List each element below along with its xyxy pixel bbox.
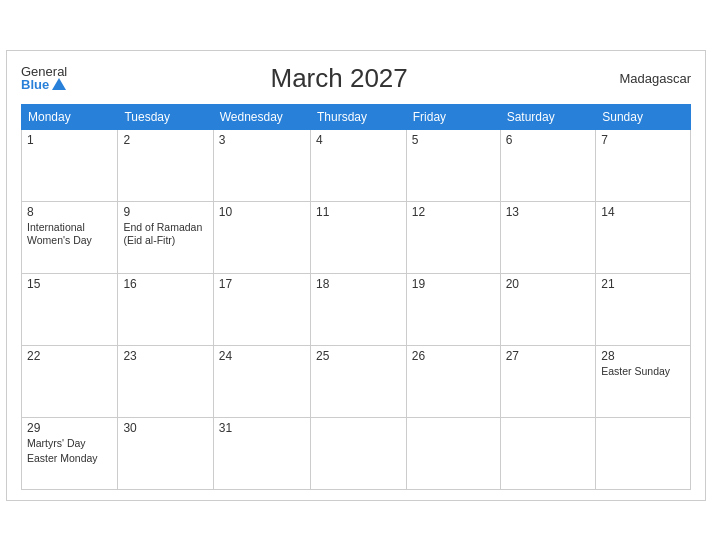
calendar-cell: 7 [596,129,691,201]
calendar-cell: 28Easter Sunday [596,345,691,417]
day-number: 28 [601,349,685,363]
calendar-cell: 5 [406,129,500,201]
calendar-cell: 25 [311,345,407,417]
day-number: 26 [412,349,495,363]
day-number: 20 [506,277,591,291]
calendar-cell [500,417,596,489]
day-number: 6 [506,133,591,147]
week-row-1: 1234567 [22,129,691,201]
day-number: 22 [27,349,112,363]
week-row-4: 22232425262728Easter Sunday [22,345,691,417]
event-label: Martyrs' Day [27,437,112,451]
day-number: 11 [316,205,401,219]
day-number: 1 [27,133,112,147]
calendar-cell: 27 [500,345,596,417]
day-number: 10 [219,205,305,219]
day-number: 16 [123,277,207,291]
day-number: 12 [412,205,495,219]
calendar-cell: 21 [596,273,691,345]
calendar-header: General Blue March 2027 Madagascar [21,63,691,94]
calendar-cell: 17 [213,273,310,345]
day-number: 7 [601,133,685,147]
calendar-cell: 19 [406,273,500,345]
header-thursday: Thursday [311,104,407,129]
day-number: 30 [123,421,207,435]
calendar-cell: 18 [311,273,407,345]
event-label: End of Ramadan (Eid al-Fitr) [123,221,207,248]
day-number: 9 [123,205,207,219]
day-number: 15 [27,277,112,291]
calendar-cell: 29Martyrs' DayEaster Monday [22,417,118,489]
header-friday: Friday [406,104,500,129]
day-number: 23 [123,349,207,363]
header-saturday: Saturday [500,104,596,129]
week-row-2: 8International Women's Day9End of Ramada… [22,201,691,273]
calendar-cell: 6 [500,129,596,201]
calendar-cell: 2 [118,129,213,201]
calendar-cell: 3 [213,129,310,201]
calendar-cell: 26 [406,345,500,417]
calendar-cell: 23 [118,345,213,417]
calendar-cell [311,417,407,489]
event-label: Easter Sunday [601,365,685,379]
calendar-cell: 15 [22,273,118,345]
week-row-3: 15161718192021 [22,273,691,345]
weekday-header-row: Monday Tuesday Wednesday Thursday Friday… [22,104,691,129]
calendar-cell: 9End of Ramadan (Eid al-Fitr) [118,201,213,273]
header-sunday: Sunday [596,104,691,129]
calendar-cell: 14 [596,201,691,273]
day-number: 2 [123,133,207,147]
calendar-cell: 1 [22,129,118,201]
day-number: 13 [506,205,591,219]
day-number: 29 [27,421,112,435]
calendar-cell: 22 [22,345,118,417]
calendar-cell [406,417,500,489]
calendar-cell: 12 [406,201,500,273]
day-number: 18 [316,277,401,291]
day-number: 8 [27,205,112,219]
calendar-container: General Blue March 2027 Madagascar Monda… [6,50,706,501]
logo: General Blue [21,65,67,91]
calendar-cell: 30 [118,417,213,489]
event-label: Easter Monday [27,452,112,466]
day-number: 25 [316,349,401,363]
calendar-cell: 8International Women's Day [22,201,118,273]
calendar-cell: 20 [500,273,596,345]
calendar-cell: 11 [311,201,407,273]
day-number: 3 [219,133,305,147]
calendar-cell [596,417,691,489]
event-label: International Women's Day [27,221,112,248]
calendar-cell: 13 [500,201,596,273]
header-wednesday: Wednesday [213,104,310,129]
day-number: 5 [412,133,495,147]
week-row-5: 29Martyrs' DayEaster Monday3031 [22,417,691,489]
calendar-grid: Monday Tuesday Wednesday Thursday Friday… [21,104,691,490]
day-number: 14 [601,205,685,219]
day-number: 19 [412,277,495,291]
day-number: 31 [219,421,305,435]
header-monday: Monday [22,104,118,129]
day-number: 21 [601,277,685,291]
day-number: 4 [316,133,401,147]
calendar-cell: 4 [311,129,407,201]
header-tuesday: Tuesday [118,104,213,129]
calendar-cell: 24 [213,345,310,417]
day-number: 17 [219,277,305,291]
day-number: 24 [219,349,305,363]
day-number: 27 [506,349,591,363]
calendar-cell: 16 [118,273,213,345]
calendar-title: March 2027 [67,63,611,94]
calendar-cell: 31 [213,417,310,489]
logo-triangle-icon [52,78,66,90]
logo-blue-text: Blue [21,78,66,91]
calendar-cell: 10 [213,201,310,273]
country-label: Madagascar [611,71,691,86]
